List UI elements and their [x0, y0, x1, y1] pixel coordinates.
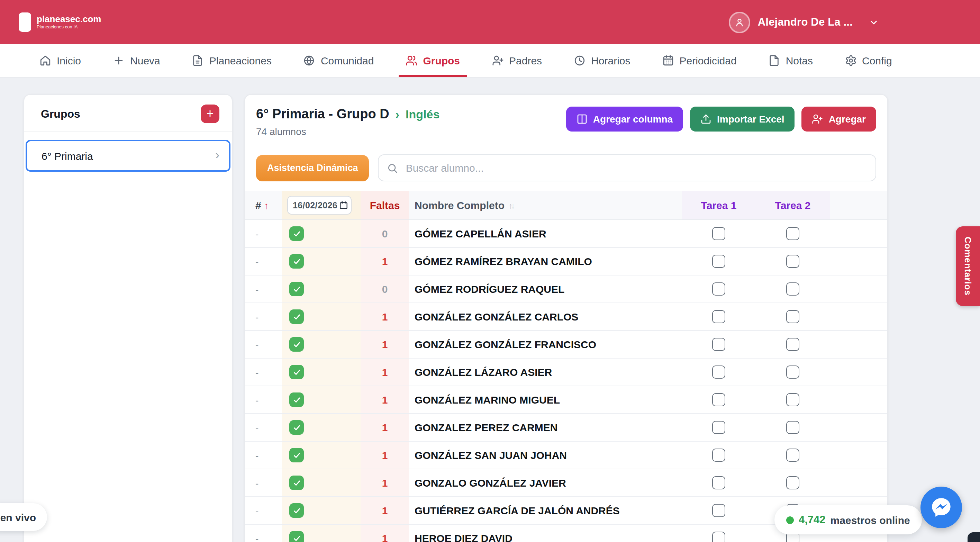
- messenger-chat-button[interactable]: [921, 487, 962, 528]
- gear-icon: [845, 55, 856, 67]
- sidebar-item-6-primaria[interactable]: 6° Primaria ›: [25, 140, 231, 172]
- add-column-button[interactable]: Agregar columna: [566, 107, 683, 132]
- tarea2-checkbox[interactable]: [786, 365, 799, 379]
- faltas-value: 1: [382, 338, 388, 350]
- attendance-check-button[interactable]: [289, 254, 304, 269]
- tarea1-checkbox[interactable]: [712, 448, 725, 462]
- brand-tagline: Planeaciones con IA: [37, 24, 101, 30]
- note-icon: [768, 55, 780, 67]
- top-header: planeasec.com Planeaciones con IA Alejan…: [0, 0, 980, 44]
- student-name: GUTIÉRREZ GARCÍA DE JALÓN ANDRÉS: [415, 505, 620, 516]
- subject-link[interactable]: Inglés: [406, 108, 439, 122]
- student-name: GONZALEZ PEREZ CARMEN: [415, 422, 557, 433]
- nav-item-notas[interactable]: Notas: [768, 44, 813, 77]
- row-index: -: [255, 311, 258, 322]
- tarea2-checkbox[interactable]: [786, 338, 799, 351]
- tarea1-column-header[interactable]: Tarea 1: [682, 191, 756, 220]
- nav-item-planeaciones[interactable]: Planeaciones: [192, 44, 272, 77]
- nav-item-inicio[interactable]: Inicio: [40, 44, 81, 77]
- attendance-check-button[interactable]: [289, 226, 304, 241]
- table-row: - 1 GONZALEZ PEREZ CARMEN: [245, 414, 887, 442]
- tarea2-checkbox[interactable]: [786, 282, 799, 296]
- attendance-check-button[interactable]: [289, 448, 304, 462]
- tarea2-checkbox[interactable]: [786, 310, 799, 323]
- nav-item-config[interactable]: Config: [845, 44, 892, 77]
- add-student-button[interactable]: Agregar: [802, 107, 876, 132]
- student-name: GÓMEZ CAPELLÁN ASIER: [415, 228, 546, 239]
- attendance-check-button[interactable]: [289, 309, 304, 324]
- tarea2-checkbox[interactable]: [786, 393, 799, 406]
- tarea2-checkbox[interactable]: [786, 227, 799, 240]
- chevron-down-icon[interactable]: [869, 17, 879, 27]
- tarea1-checkbox[interactable]: [712, 476, 725, 489]
- attendance-check-button[interactable]: [289, 365, 304, 379]
- brand-name: planeasec.com: [37, 14, 101, 24]
- import-excel-button[interactable]: Importar Excel: [690, 107, 795, 132]
- chevron-right-icon: ›: [215, 149, 220, 161]
- table-row: - 1 GONZÁLEZ MARINO MIGUEL: [245, 386, 887, 414]
- attendance-check-button[interactable]: [289, 392, 304, 407]
- nav-item-comunidad[interactable]: Comunidad: [304, 44, 374, 77]
- dynamic-attendance-button[interactable]: Asistencia Dinámica: [256, 155, 369, 181]
- nav-item-nueva[interactable]: Nueva: [113, 44, 160, 77]
- date-input[interactable]: 16/02/2026: [287, 196, 352, 215]
- sidebar-divider: [24, 132, 232, 132]
- avatar[interactable]: [729, 11, 750, 33]
- tarea1-checkbox[interactable]: [712, 504, 725, 517]
- tarea1-checkbox[interactable]: [712, 393, 725, 406]
- table-row: - 1 GONZÁLEZ GONZÁLEZ FRANCISCO: [245, 331, 887, 359]
- tarea1-checkbox[interactable]: [712, 282, 725, 296]
- index-column-header[interactable]: # ↑: [245, 191, 282, 220]
- tarea2-checkbox[interactable]: [786, 255, 799, 268]
- name-column-header[interactable]: Nombre Completo ↑↓: [409, 191, 682, 220]
- student-name: GONZÁLEZ SAN JUAN JOHAN: [415, 449, 567, 461]
- attendance-check-button[interactable]: [289, 531, 304, 542]
- student-name: GONZÁLEZ LÁZARO ASIER: [415, 366, 552, 378]
- sort-asc-icon: ↑: [264, 200, 269, 211]
- add-group-button[interactable]: +: [201, 105, 220, 123]
- user-menu[interactable]: Alejandro De La ...: [729, 0, 879, 44]
- tarea1-checkbox[interactable]: [712, 421, 725, 434]
- comments-tab[interactable]: Comentarios: [956, 226, 980, 306]
- nav-item-horarios[interactable]: Horarios: [574, 44, 630, 77]
- groups-sidebar: Grupos + 6° Primaria ›: [24, 94, 232, 542]
- table-row: - 1 GONZÁLEZ LÁZARO ASIER: [245, 359, 887, 386]
- check-icon: [293, 368, 301, 376]
- attendance-check-button[interactable]: [289, 503, 304, 518]
- attendance-check-button[interactable]: [289, 282, 304, 296]
- tarea1-checkbox[interactable]: [712, 365, 725, 379]
- faltas-value: 1: [382, 366, 388, 378]
- faltas-value: 1: [382, 505, 388, 516]
- attendance-check-button[interactable]: [289, 475, 304, 490]
- tarea2-checkbox[interactable]: [786, 421, 799, 434]
- check-icon: [293, 451, 301, 459]
- table-row: - 1 GÓMEZ RAMÍREZ BRAYAN CAMILO: [245, 248, 887, 276]
- tarea1-checkbox[interactable]: [712, 338, 725, 351]
- table-row: - 0 GÓMEZ CAPELLÁN ASIER: [245, 220, 887, 248]
- attendance-check-button[interactable]: [289, 337, 304, 352]
- row-index: -: [255, 256, 258, 267]
- table-row: - 0 GÓMEZ RODRÍGUEZ RAQUEL: [245, 276, 887, 303]
- tarea1-checkbox[interactable]: [712, 255, 725, 268]
- nav-item-padres[interactable]: Padres: [492, 44, 542, 77]
- tarea1-checkbox[interactable]: [712, 532, 725, 542]
- nav-item-periodicidad[interactable]: Periodicidad: [662, 44, 737, 77]
- brand-logo: [19, 13, 31, 32]
- group-detail-card: 6° Primaria - Grupo D › Inglés 74 alumno…: [244, 94, 888, 542]
- tarea2-column-header[interactable]: Tarea 2: [756, 191, 830, 220]
- messenger-icon: [930, 496, 952, 518]
- tarea2-checkbox[interactable]: [786, 448, 799, 462]
- check-icon: [293, 534, 301, 542]
- tarea2-checkbox[interactable]: [786, 476, 799, 489]
- attendance-check-button[interactable]: [289, 420, 304, 435]
- nav-item-grupos[interactable]: Grupos: [406, 44, 460, 77]
- faltas-value: 1: [382, 311, 388, 322]
- tarea1-checkbox[interactable]: [712, 227, 725, 240]
- check-icon: [293, 285, 301, 293]
- search-input[interactable]: [404, 161, 867, 174]
- tarea1-checkbox[interactable]: [712, 310, 725, 323]
- faltas-value: 1: [382, 255, 388, 267]
- globe-icon: [304, 55, 315, 67]
- check-icon: [293, 395, 301, 404]
- row-index: -: [255, 450, 258, 461]
